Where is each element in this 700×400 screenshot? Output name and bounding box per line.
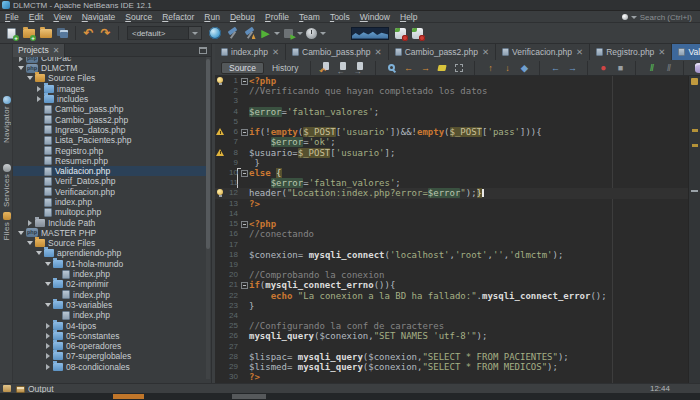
menu-run[interactable]: Run bbox=[199, 11, 225, 23]
code-line-4[interactable]: 4$error='faltan_valores'; bbox=[215, 107, 700, 117]
tree-item-aprendiendo-php[interactable]: aprendiendo-php bbox=[13, 248, 206, 258]
editor-tab-registro-php[interactable]: Registro.php✕ bbox=[590, 44, 672, 60]
menu-tools[interactable]: Tools bbox=[325, 11, 355, 23]
memory-monitor[interactable] bbox=[351, 27, 389, 40]
window-corner-icon[interactable] bbox=[3, 385, 11, 392]
code-area[interactable]: 1<?php2//Verificando que hayan completad… bbox=[215, 76, 700, 383]
tree-item-05-constantes[interactable]: 05-constantes bbox=[13, 331, 206, 341]
toggle-bookmark-button[interactable]: ◆ bbox=[518, 62, 530, 74]
tree-item-01-hola-mundo[interactable]: 01-hola-mundo bbox=[13, 259, 206, 269]
taskbar-active-app-indicator[interactable] bbox=[113, 394, 144, 399]
tree-item-registro-php[interactable]: Registro.php bbox=[13, 145, 206, 155]
code-line-10[interactable]: 10else { bbox=[215, 168, 700, 178]
tree-item-08-condicionales[interactable]: 08-condicionales bbox=[13, 362, 206, 372]
new-file-button[interactable]: + bbox=[3, 25, 20, 42]
caret-mark[interactable] bbox=[691, 190, 698, 192]
tree-item-02-imprimir[interactable]: 02-imprimir bbox=[13, 279, 206, 289]
build-project-button[interactable] bbox=[223, 25, 240, 42]
expander-open-icon[interactable] bbox=[44, 280, 52, 288]
tree-item-includes[interactable]: includes bbox=[13, 94, 206, 104]
code-line-14[interactable]: 14 bbox=[215, 209, 700, 219]
browser-button[interactable] bbox=[206, 25, 223, 42]
editor-tab-index-php[interactable]: index.php✕ bbox=[215, 44, 286, 60]
quick-search[interactable]: Search (Ctrl+I) bbox=[622, 11, 692, 23]
undo-button[interactable]: ↶ bbox=[80, 25, 97, 42]
code-line-28[interactable]: 28$lispac= mysqli_query($conexion,"SELEC… bbox=[215, 352, 700, 362]
strip-tab-services[interactable]: Services bbox=[0, 164, 13, 207]
close-icon[interactable]: ✕ bbox=[375, 47, 382, 57]
hint-bulb-icon[interactable] bbox=[215, 188, 226, 198]
menu-help[interactable]: Help bbox=[395, 11, 422, 23]
fold-toggle[interactable] bbox=[240, 219, 249, 229]
tree-item-index-php[interactable]: index.php bbox=[13, 269, 206, 279]
editor-tab-verificacion-php[interactable]: Verificacion.php✕ bbox=[496, 44, 590, 60]
menu-profile[interactable]: Profile bbox=[260, 11, 294, 23]
close-icon[interactable]: ✕ bbox=[53, 46, 60, 55]
fold-toggle[interactable] bbox=[240, 76, 249, 86]
close-icon[interactable]: ✕ bbox=[576, 47, 583, 57]
close-icon[interactable]: ✕ bbox=[272, 47, 279, 57]
code-line-23[interactable]: 23} bbox=[215, 301, 700, 311]
code-line-22[interactable]: 22 echo "La conexion a la BD ha fallado:… bbox=[215, 291, 700, 301]
code-line-15[interactable]: 15<?php bbox=[215, 219, 700, 229]
tree-item-images[interactable]: images bbox=[13, 84, 206, 94]
find-selection-button[interactable] bbox=[385, 62, 397, 74]
tree-item-verificacion-php[interactable]: Verificacion.php bbox=[13, 187, 206, 197]
gc-button-1[interactable] bbox=[392, 25, 409, 42]
code-line-8[interactable]: 8$usuario=$_POST['usuario']; bbox=[215, 148, 700, 158]
clean-build-button[interactable] bbox=[240, 25, 257, 42]
fold-toggle[interactable] bbox=[240, 280, 249, 290]
expander-closed-icon[interactable] bbox=[35, 95, 43, 103]
tree-item-dlmctm[interactable]: phpDLMCTM bbox=[13, 63, 206, 73]
scrollbar-thumb[interactable] bbox=[206, 59, 210, 249]
redo-button[interactable]: ↷ bbox=[97, 25, 114, 42]
editor-tab-validacion-php[interactable]: Validacion.php✕ bbox=[672, 44, 700, 60]
tree-item-validacion-php[interactable]: Validacion.php bbox=[13, 166, 206, 176]
comment-button[interactable]: // bbox=[645, 62, 657, 74]
stop-macro-button[interactable]: ■ bbox=[614, 62, 626, 74]
expander-open-icon[interactable] bbox=[17, 229, 25, 237]
expander-open-icon[interactable] bbox=[44, 260, 52, 268]
tree-item-04-tipos[interactable]: 04-tipos bbox=[13, 320, 206, 330]
expander-closed-icon[interactable] bbox=[44, 352, 52, 360]
code-line-30[interactable]: 30?> bbox=[215, 372, 700, 382]
tab-projects[interactable]: Projects ✕ bbox=[13, 44, 65, 57]
menu-team[interactable]: Team bbox=[294, 11, 325, 23]
taskbar-app-indicator[interactable] bbox=[232, 394, 266, 399]
run-project-button[interactable]: ▶ bbox=[257, 25, 274, 42]
editor-tab-cambio-pass2-php[interactable]: Cambio_pass2.php✕ bbox=[389, 44, 496, 60]
code-line-17[interactable]: 17 bbox=[215, 240, 700, 250]
code-line-1[interactable]: 1<?php bbox=[215, 76, 700, 86]
error-stripe[interactable] bbox=[688, 76, 700, 383]
tree-item-multopc-php[interactable]: multopc.php bbox=[13, 207, 206, 217]
code-line-11[interactable]: 11 $error='faltan_valores'; bbox=[215, 178, 700, 188]
nav-forward-button[interactable]: → bbox=[566, 62, 578, 74]
tree-item-source-files[interactable]: Source Files bbox=[13, 73, 206, 83]
hint-bulb-icon[interactable] bbox=[215, 76, 226, 86]
menu-file[interactable]: File bbox=[0, 11, 24, 23]
code-line-19[interactable]: 19 bbox=[215, 260, 700, 270]
uncomment-button[interactable]: // bbox=[662, 62, 674, 74]
tree-item-source-files[interactable]: Source Files bbox=[13, 238, 206, 248]
tree-item-index-php[interactable]: index.php bbox=[13, 310, 206, 320]
warning-mark[interactable] bbox=[692, 144, 698, 147]
code-line-12[interactable]: 12header("Location:index.php?error=$erro… bbox=[215, 188, 700, 198]
expander-closed-icon[interactable] bbox=[44, 332, 52, 340]
menu-view[interactable]: View bbox=[48, 11, 76, 23]
fold-toggle[interactable] bbox=[240, 168, 249, 178]
profile-dropdown-icon[interactable] bbox=[320, 32, 326, 35]
new-project-button[interactable]: + bbox=[20, 25, 37, 42]
tree-item-cambio-pass-php[interactable]: Cambio_pass.php bbox=[13, 104, 206, 114]
menu-refactor[interactable]: Refactor bbox=[157, 11, 199, 23]
source-view-button[interactable]: Source bbox=[221, 62, 264, 74]
search-input[interactable]: Search (Ctrl+I) bbox=[640, 13, 692, 22]
tree-item-verif-datos-php[interactable]: Verif_Datos.php bbox=[13, 176, 206, 186]
tree-item-lista-pacientes-php[interactable]: Lista_Pacientes.php bbox=[13, 135, 206, 145]
forward-document-button[interactable]: → bbox=[354, 62, 366, 74]
expander-closed-icon[interactable] bbox=[35, 85, 43, 93]
code-line-2[interactable]: 2//Verificando que hayan completado los … bbox=[215, 86, 700, 96]
code-line-3[interactable]: 3 bbox=[215, 96, 700, 106]
code-line-20[interactable]: 20//Comprobando la conexion bbox=[215, 270, 700, 280]
open-project-button[interactable] bbox=[37, 25, 54, 42]
tree-item-include-path[interactable]: Include Path bbox=[13, 217, 206, 227]
